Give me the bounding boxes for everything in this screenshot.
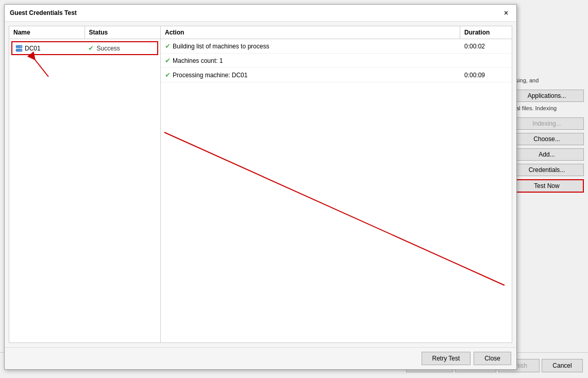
col-duration-header: Duration [460, 26, 512, 39]
action-check-icon-0: ✔ [165, 42, 171, 50]
action-cell-0: ✔ Building list of machines to process [161, 41, 460, 51]
guest-credentials-dialog: Guest Credentials Test × Name Status [4, 4, 517, 370]
duration-cell-1 [460, 55, 512, 66]
col-action-header: Action [161, 26, 460, 39]
machine-status-cell: ✔ Success [85, 42, 158, 54]
action-cell-1: ✔ Machines count: 1 [161, 55, 460, 66]
machine-list-header: Name Status [9, 26, 160, 39]
action-cell-2: ✔ Processing machine: DC01 [161, 70, 460, 80]
action-text-1: Machines count: 1 [173, 57, 223, 64]
svg-point-2 [21, 46, 22, 47]
dialog-titlebar: Guest Credentials Test × [5, 5, 516, 22]
action-row-1: ✔ Machines count: 1 [161, 54, 512, 68]
machine-list-pane: Name Status DC01 ✔ [9, 26, 161, 343]
retry-test-button[interactable]: Retry Test [422, 352, 471, 365]
action-log-header: Action Duration [161, 26, 512, 39]
server-icon [15, 45, 23, 52]
action-text-2: Processing machine: DC01 [173, 72, 247, 79]
machine-status: Success [97, 45, 120, 52]
duration-0: 0:00:02 [464, 43, 485, 50]
dialog-overlay: Guest Credentials Test × Name Status [0, 0, 588, 378]
duration-cell-2: 0:00:09 [460, 70, 512, 80]
success-icon: ✔ [88, 44, 94, 52]
col-name-header: Name [9, 26, 85, 39]
machine-name-cell: DC01 [12, 42, 85, 54]
machine-name: DC01 [25, 45, 41, 52]
dialog-content: Name Status DC01 ✔ [5, 22, 516, 347]
action-row-2: ✔ Processing machine: DC01 0:00:09 [161, 68, 512, 82]
col-status-header: Status [85, 26, 161, 39]
dialog-close-button[interactable]: × [501, 8, 511, 18]
action-row-0: ✔ Building list of machines to process 0… [161, 39, 512, 54]
svg-point-3 [21, 49, 22, 50]
action-log-pane: Action Duration ✔ Building list of machi… [161, 26, 512, 343]
machine-row: DC01 ✔ Success [11, 41, 158, 55]
action-check-icon-1: ✔ [165, 57, 171, 64]
action-check-icon-2: ✔ [165, 71, 171, 79]
dialog-footer: Retry Test Close [5, 347, 516, 369]
action-text-0: Building list of machines to process [173, 43, 269, 50]
dialog-title: Guest Credentials Test [10, 9, 77, 16]
close-button[interactable]: Close [474, 352, 511, 365]
duration-cell-0: 0:00:02 [460, 41, 512, 51]
empty-rows [9, 57, 160, 342]
duration-2: 0:00:09 [464, 72, 485, 79]
